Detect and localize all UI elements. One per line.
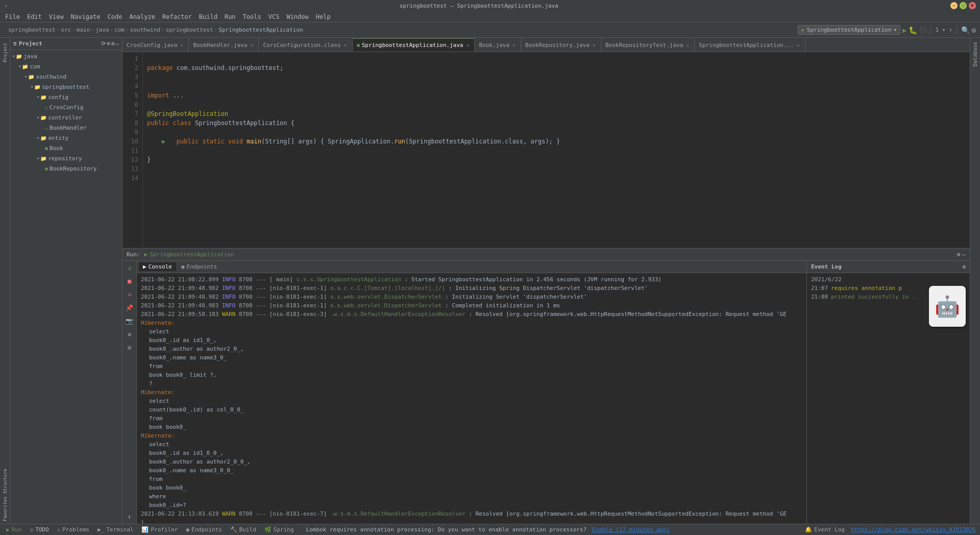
pin-console-button[interactable]: 📌 — [125, 303, 135, 313]
gear-console-button[interactable]: ⚙ — [125, 343, 135, 353]
tab-springboottestapp2[interactable]: SpringboottestApplication... ✕ — [695, 38, 805, 52]
status-build-button[interactable]: 🔨 Build — [228, 525, 258, 534]
menu-help[interactable]: Help — [313, 12, 334, 21]
tree-com[interactable]: ▾ 📁 com — [10, 61, 122, 71]
menu-build[interactable]: Build — [196, 12, 220, 21]
tab-crosconfig[interactable]: CrosConfig.java ✕ — [122, 38, 189, 52]
status-spring-button[interactable]: 🌿 Spring — [262, 525, 296, 534]
tree-bookrepository[interactable]: ● BookRepository — [10, 163, 122, 174]
tab-corsconfiguration[interactable]: CorsConfiguration.class ✕ — [259, 38, 352, 52]
code-editor[interactable]: 1234 5678 9101112 1314 package com.south… — [122, 52, 970, 248]
more-button[interactable]: ↕ — [125, 512, 135, 522]
toolbar: springboottest › src › main › java › com… — [0, 22, 980, 38]
tab-springboottestapp[interactable]: SpringboottestApplication.java ✕ — [353, 38, 475, 52]
status-terminal-button[interactable]: ▶_ Terminal — [95, 525, 135, 534]
run-settings-icon[interactable]: ⚙ — [957, 251, 961, 258]
maximize-button[interactable]: □ — [960, 2, 967, 9]
tab-bookrepository[interactable]: BookRepository.java ✕ — [521, 38, 601, 52]
tab-crosconfig-close[interactable]: ✕ — [179, 42, 184, 48]
tab-bookrepositorytest[interactable]: BookRepositoryTest.java ✕ — [601, 38, 695, 52]
sync-icon[interactable]: ⟳ — [101, 40, 106, 47]
menu-window[interactable]: Window — [283, 12, 311, 21]
tab-bookrepository-close[interactable]: ✕ — [592, 42, 597, 48]
stop-run-button[interactable]: ■ — [125, 276, 135, 286]
stop-button[interactable]: ⬛ — [919, 27, 926, 33]
status-endpoints-button[interactable]: ◉ Endpoints — [184, 525, 224, 534]
menu-navigate[interactable]: Navigate — [68, 12, 104, 21]
menu-tools[interactable]: Tools — [240, 12, 264, 21]
clear-console-button[interactable]: ⤬ — [125, 289, 135, 300]
line-numbers: 1234 5678 9101112 1314 — [122, 52, 143, 248]
menu-run[interactable]: Run — [222, 12, 239, 21]
menu-view[interactable]: View — [46, 12, 67, 21]
settings-icon[interactable]: ⚙ — [972, 26, 976, 34]
bc-src[interactable]: src — [61, 27, 71, 33]
menu-refactor[interactable]: Refactor — [159, 12, 195, 21]
favorites-tool-btn[interactable]: Favorites — [1, 496, 9, 522]
event-log-settings[interactable]: ⚙ — [962, 263, 966, 270]
status-run-button[interactable]: ▶ Run — [4, 525, 24, 534]
tab-bookhandler-close[interactable]: ✕ — [249, 42, 254, 48]
warning-link[interactable]: Enable (17 minutes ago) — [592, 526, 670, 533]
tree-repository[interactable]: ▾ 📁 repository — [10, 153, 122, 163]
title-left: ✦ — [4, 3, 8, 9]
status-event-log-button[interactable]: 🔔 Event Log — [803, 525, 847, 534]
tree-southwind[interactable]: ▾ 📁 southwind — [10, 71, 122, 82]
tree-springboottest[interactable]: ▾ 📁 springboottest — [10, 82, 122, 92]
tree-entity[interactable]: ▾ 📁 entity — [10, 133, 122, 143]
screenshot-button[interactable]: 📷 — [125, 316, 135, 326]
status-profiler-button[interactable]: 📊 Profiler — [139, 525, 180, 534]
tab-bookhandler[interactable]: BookHandler.java ✕ — [189, 38, 259, 52]
status-url[interactable]: https://blog.csdn.net/weixin_42913026 — [851, 526, 976, 533]
tree-crosconfig[interactable]: ☕ CrosConfig — [10, 102, 122, 112]
todo-label-status: TODO — [35, 526, 49, 533]
console-tab[interactable]: ▶ Console — [139, 262, 176, 271]
restart-button[interactable]: ↺ — [125, 263, 135, 273]
menu-analyze[interactable]: Analyze — [126, 12, 158, 21]
bc-com[interactable]: com — [114, 27, 125, 33]
tree-java[interactable]: ▾ 📁 java — [10, 51, 122, 61]
bc-springboottestapp[interactable]: SpringboottestApplication — [218, 27, 303, 33]
run-config-selector[interactable]: ▶ SpringboottestApplication ▾ — [798, 25, 900, 35]
menu-file[interactable]: File — [2, 12, 23, 21]
tab-book-close[interactable]: ✕ — [511, 42, 517, 48]
bc-springboottest[interactable]: springboottest — [8, 27, 56, 33]
minimize-button[interactable]: – — [950, 2, 958, 9]
tree-book[interactable]: ● Book — [10, 143, 122, 153]
console-output[interactable]: 2021-06-22 21:08:22.899 INFO 8708 --- [ … — [137, 273, 806, 524]
hide-sidebar-icon[interactable]: – — [115, 40, 119, 47]
tab-corsconfiguration-close[interactable]: ✕ — [343, 42, 348, 48]
menu-code[interactable]: Code — [105, 12, 126, 21]
bc-java[interactable]: java — [95, 27, 109, 33]
structure-tool-btn[interactable]: Structure — [1, 469, 9, 494]
code-content[interactable]: package com.southwind.springboottest; im… — [143, 52, 970, 248]
tree-bookhandler[interactable]: ☕ BookHandler — [10, 123, 122, 133]
menu-vcs[interactable]: VCS — [265, 12, 283, 21]
tab-bookrepositorytest-close[interactable]: ✕ — [685, 42, 690, 48]
tab-springboottestapp2-close[interactable]: ✕ — [796, 42, 801, 48]
status-todo-button[interactable]: ☑ TODO — [28, 525, 51, 534]
run-button[interactable]: ▶ — [902, 26, 906, 34]
database-tab[interactable]: Database — [971, 40, 979, 68]
log-hibernate-3: Hibernate: — [141, 431, 802, 440]
run-hide-icon[interactable]: – — [962, 251, 966, 258]
settings-sidebar-icon[interactable]: ⚙ — [111, 40, 115, 47]
tree-config[interactable]: ▾ 📁 config — [10, 92, 122, 102]
filter-button[interactable]: ≡ — [125, 329, 135, 339]
menu-edit[interactable]: Edit — [24, 12, 45, 21]
log-hibernate-3e: from — [141, 475, 802, 483]
search-button[interactable]: 🔍 — [961, 26, 970, 34]
close-button[interactable]: ✕ — [969, 2, 976, 9]
tab-springboottestapp-close[interactable]: ✕ — [465, 42, 470, 48]
project-tool-btn[interactable]: Project — [1, 40, 9, 65]
endpoints-tab[interactable]: ◉ Endpoints — [177, 262, 221, 271]
bc-main[interactable]: main — [77, 27, 90, 33]
tree-controller[interactable]: ▾ 📁 controller — [10, 112, 122, 123]
log-hibernate-1b: book0_.id as id1_0_, — [141, 336, 802, 345]
bc-southwind[interactable]: southwind — [130, 27, 161, 33]
collapse-icon[interactable]: ≡ — [107, 40, 110, 47]
bc-springboottest-pkg[interactable]: springboottest — [166, 27, 213, 33]
debug-button[interactable]: 🐛 — [909, 26, 917, 34]
tab-book[interactable]: Book.java ✕ — [475, 38, 521, 52]
status-problems-button[interactable]: ⚠ Problems — [55, 525, 92, 534]
